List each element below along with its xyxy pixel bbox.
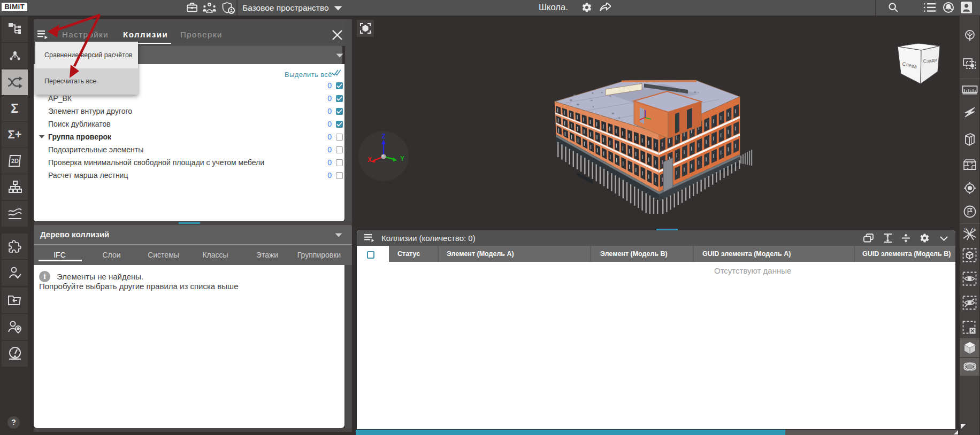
svg-text:Y: Y	[400, 155, 404, 162]
svg-text:1: 1	[964, 228, 966, 231]
svg-text:Z: Z	[382, 133, 386, 140]
svg-text:2D: 2D	[11, 158, 19, 164]
svg-text:X: X	[368, 156, 372, 164]
